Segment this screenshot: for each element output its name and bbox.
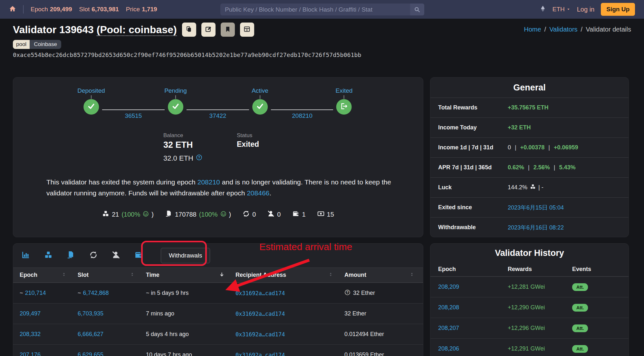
tab-slashings[interactable] bbox=[112, 251, 120, 260]
validator-history-card: Validator History Epoch Rewards Events 2… bbox=[430, 243, 629, 356]
attestations-counter[interactable]: 170788(100%) bbox=[165, 210, 231, 219]
sort-icon[interactable] bbox=[130, 272, 135, 279]
reward-value: +12,296 GWei bbox=[508, 325, 572, 332]
slot-link[interactable]: 6,629,655 bbox=[78, 351, 146, 356]
bookmark-button[interactable] bbox=[221, 23, 235, 37]
exited-since-value[interactable]: 2023年6月15日 05:04 bbox=[508, 204, 564, 211]
withdrawable-value[interactable]: 2023年6月16日 08:22 bbox=[508, 224, 564, 231]
slot-value[interactable]: 6,703,981 bbox=[91, 6, 119, 13]
epoch-value[interactable]: 209,499 bbox=[50, 6, 72, 13]
user-slash-icon bbox=[112, 251, 120, 260]
column-time[interactable]: Time bbox=[146, 272, 235, 279]
price-value[interactable]: 1,719 bbox=[142, 6, 157, 13]
pool-suffix[interactable]: (Pool: coinbase) bbox=[97, 24, 177, 36]
slashings-counter[interactable]: 0 bbox=[267, 210, 281, 219]
withdrawal-row-estimated: ~210,714 ~6,742,868 ~ in 5 days 9 hrs 0x… bbox=[13, 283, 423, 303]
activation-epoch-link[interactable]: 36515 bbox=[125, 112, 142, 119]
epoch-stat[interactable]: Epoch209,499 bbox=[31, 6, 72, 13]
deposits-counter[interactable]: 1 bbox=[292, 210, 305, 219]
withdrawal-row: 209,497 6,703,935 7 mins ago 0x31692a…ca… bbox=[13, 303, 423, 324]
time-cell: 5 days 4 hrs ago bbox=[146, 331, 235, 338]
tab-charts[interactable] bbox=[22, 251, 30, 260]
tab-sync[interactable] bbox=[89, 251, 98, 260]
sort-desc-icon[interactable] bbox=[219, 272, 225, 279]
recipient-link[interactable]: 0x31692a…cad174 bbox=[235, 331, 344, 338]
blocks-count: 21 bbox=[112, 211, 119, 218]
pool-tag[interactable]: pool Coinbase bbox=[13, 40, 61, 49]
validator-title: Validator 139643 bbox=[13, 24, 94, 35]
login-link[interactable]: Log in bbox=[577, 6, 595, 13]
recipient-link[interactable]: 0x31692a…cad174 bbox=[235, 290, 344, 296]
recipient-link[interactable]: 0x31692a…cad174 bbox=[235, 352, 344, 356]
question-circle-icon[interactable] bbox=[344, 289, 351, 297]
income-7d: +0.00378 bbox=[520, 144, 545, 151]
balance-value: 32 ETH bbox=[163, 140, 202, 150]
withdrawals-counter[interactable]: 15 bbox=[317, 210, 334, 219]
column-events: Events bbox=[572, 266, 621, 273]
stage-label: Exited bbox=[336, 87, 353, 94]
epoch-link[interactable]: 209,497 bbox=[20, 310, 78, 317]
chart-bar-icon bbox=[22, 251, 30, 260]
ethereum-icon bbox=[540, 5, 546, 14]
tab-withdrawals[interactable]: Withdrawals bbox=[161, 248, 210, 263]
column-label: Slot bbox=[78, 272, 89, 278]
breadcrumb-home[interactable]: Home bbox=[524, 26, 541, 33]
epoch-link[interactable]: 208,208 bbox=[438, 304, 508, 311]
epoch-link[interactable]: 210,714 bbox=[25, 290, 46, 296]
slot-link[interactable]: 6,703,935 bbox=[78, 310, 146, 317]
recipient-link[interactable]: 0x31692a…cad174 bbox=[235, 311, 344, 317]
amount-cell: 0.012494 Ether bbox=[344, 331, 417, 338]
column-recipient[interactable]: Recipient Address bbox=[235, 272, 344, 279]
sort-icon[interactable] bbox=[328, 272, 333, 279]
epoch-link[interactable]: 208,206 bbox=[438, 345, 508, 352]
currency-dropdown[interactable]: ETH bbox=[553, 6, 571, 13]
eligibility-epoch-link[interactable]: 37422 bbox=[209, 112, 226, 119]
sort-icon[interactable] bbox=[409, 272, 415, 279]
copy-button[interactable] bbox=[182, 23, 196, 37]
slot-link[interactable]: 6,742,868 bbox=[83, 290, 109, 296]
column-label: Recipient Address bbox=[235, 272, 286, 278]
price-stat[interactable]: Price1,719 bbox=[126, 6, 157, 13]
file-signature-icon bbox=[67, 251, 75, 260]
withdrawable-epoch-inline-link[interactable]: 208466 bbox=[247, 189, 269, 197]
stage-label: Deposited bbox=[77, 87, 105, 94]
row-label: Total Rewards bbox=[438, 104, 508, 111]
navbar-right: ETH Log in Sign Up bbox=[540, 0, 635, 19]
blocks-percent: (100% bbox=[121, 211, 140, 218]
column-epoch[interactable]: Epoch bbox=[20, 272, 78, 279]
pool-tag-value: Coinbase bbox=[30, 40, 61, 49]
sync-counter[interactable]: 0 bbox=[243, 210, 256, 219]
column-slot[interactable]: Slot bbox=[78, 272, 146, 279]
sort-icon[interactable] bbox=[61, 272, 67, 279]
tab-blocks[interactable] bbox=[44, 251, 53, 260]
exited-since-row: Exited since 2023年6月15日 05:04 bbox=[430, 197, 629, 217]
epoch-link[interactable]: 208,207 bbox=[438, 325, 508, 332]
table-view-button[interactable] bbox=[240, 23, 254, 37]
tab-deposits[interactable] bbox=[134, 251, 143, 260]
exit-epoch-link[interactable]: 208210 bbox=[292, 112, 312, 119]
stage-label: Pending bbox=[164, 87, 187, 94]
slot-link[interactable]: 6,666,627 bbox=[78, 331, 146, 338]
search-icon[interactable] bbox=[410, 4, 424, 15]
search-box[interactable] bbox=[220, 4, 424, 15]
exit-epoch-inline-link[interactable]: 208210 bbox=[197, 178, 220, 186]
breadcrumb-validators[interactable]: Validators bbox=[549, 26, 577, 33]
stage-pending: Pending bbox=[164, 87, 187, 115]
signup-button[interactable]: Sign Up bbox=[601, 3, 635, 16]
question-circle-icon[interactable] bbox=[196, 154, 202, 163]
tab-attestations[interactable] bbox=[67, 251, 75, 260]
epoch-link[interactable]: 208,209 bbox=[438, 284, 508, 290]
file-signature-icon bbox=[165, 210, 172, 219]
slot-stat[interactable]: Slot6,703,981 bbox=[79, 6, 119, 13]
home-icon[interactable] bbox=[9, 5, 16, 14]
blocks-counter[interactable]: 21(100%) bbox=[102, 210, 154, 219]
epoch-link[interactable]: 208,332 bbox=[20, 331, 78, 338]
epoch-link[interactable]: 207,176 bbox=[20, 351, 78, 356]
column-amount[interactable]: Amount bbox=[344, 272, 417, 279]
attestation-badge: Att. bbox=[572, 283, 588, 291]
edit-button[interactable] bbox=[201, 23, 216, 37]
row-label: Income Today bbox=[438, 124, 508, 131]
row-label: Exited since bbox=[438, 204, 508, 211]
search-input[interactable] bbox=[220, 6, 410, 13]
stage-tick bbox=[175, 95, 176, 99]
